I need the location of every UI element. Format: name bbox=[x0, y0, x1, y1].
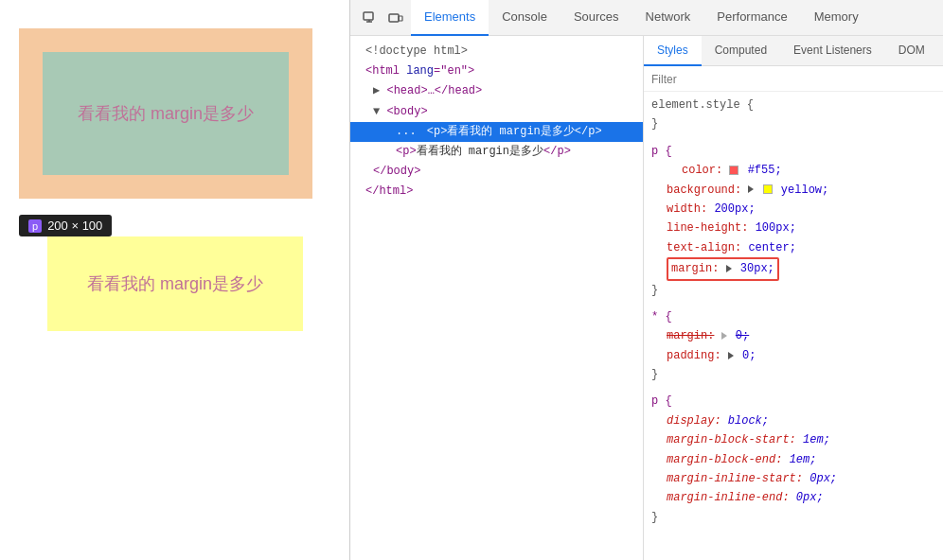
styles-panel: Styles Computed Event Listeners DOM elem… bbox=[644, 36, 943, 560]
tab-elements[interactable]: Elements bbox=[411, 0, 489, 36]
p2-rule-display: display: block; bbox=[651, 411, 935, 430]
star-rule-margin: margin: 0; bbox=[651, 326, 935, 345]
element-tooltip: p 200 × 100 bbox=[19, 215, 112, 236]
styles-tab-computed[interactable]: Computed bbox=[702, 36, 780, 66]
inspector-icon[interactable] bbox=[358, 7, 381, 29]
p2-rule-margin-block-start: margin-block-start: 1em; bbox=[651, 430, 935, 449]
html-line-html[interactable]: <html lang="en"> bbox=[350, 61, 643, 81]
p-rule-line-height: line-height: 100px; bbox=[651, 219, 935, 237]
filter-input[interactable] bbox=[651, 73, 935, 86]
svg-rect-0 bbox=[364, 12, 373, 20]
p-rule-background: background: yellow; bbox=[651, 181, 935, 200]
yellow-box: 看看我的 margin是多少 bbox=[47, 236, 303, 331]
p-rule-text-align: text-align: center; bbox=[651, 238, 935, 257]
tab-network[interactable]: Network bbox=[632, 0, 704, 36]
styles-tab-styles[interactable]: Styles bbox=[644, 36, 702, 66]
html-panel: <!doctype html> <html lang="en"> ▶ <head… bbox=[350, 36, 644, 560]
star-style-block: * { margin: 0; padding: 0; } bbox=[651, 307, 935, 385]
p-style-block: p { color: #f55; background: yellow; wid… bbox=[651, 142, 935, 300]
html-line-head[interactable]: ▶ <head>…</head> bbox=[350, 81, 643, 101]
tab-console[interactable]: Console bbox=[489, 0, 560, 36]
html-line-html-close[interactable]: </html> bbox=[350, 182, 643, 201]
html-line-body-close[interactable]: </body> bbox=[350, 162, 643, 182]
tab-memory[interactable]: Memory bbox=[801, 0, 872, 36]
element-style-close: } bbox=[651, 114, 935, 133]
p2-rule-margin-block-end: margin-block-end: 1em; bbox=[651, 450, 935, 469]
p-selector: p { bbox=[651, 142, 935, 161]
p2-style-block: p { display: block; margin-block-start: … bbox=[651, 392, 935, 527]
p2-rule-margin-inline-end: margin-inline-end: 0px; bbox=[651, 488, 935, 507]
styles-tab-dom[interactable]: DOM bbox=[885, 36, 938, 66]
tab-performance[interactable]: Performance bbox=[703, 0, 800, 36]
tooltip-size: 200 × 100 bbox=[47, 219, 102, 233]
green-box: 看看我的 margin是多少 bbox=[43, 52, 289, 175]
p2-selector: p { bbox=[651, 392, 935, 411]
tooltip-tag: p bbox=[28, 219, 42, 233]
devtools-tab-strip: Elements Console Sources Network Perform… bbox=[411, 0, 935, 36]
element-style-selector: element.style { bbox=[651, 96, 935, 114]
styles-content: element.style { } p { color: #f55; backg… bbox=[644, 92, 943, 560]
device-icon[interactable] bbox=[384, 7, 407, 29]
p-style-close: } bbox=[651, 281, 935, 300]
html-line-p1[interactable]: ... <p>看看我的 margin是多少</p> bbox=[350, 122, 643, 142]
styles-tab-event-listeners[interactable]: Event Listeners bbox=[780, 36, 885, 66]
html-line-p2[interactable]: <p>看看我的 margin是多少</p> bbox=[350, 142, 643, 162]
devtools-panel: Elements Console Sources Network Perform… bbox=[350, 0, 943, 560]
star-rule-padding: padding: 0; bbox=[651, 346, 935, 365]
p-rule-width: width: 200px; bbox=[651, 200, 935, 219]
styles-tabs: Styles Computed Event Listeners DOM bbox=[644, 36, 943, 66]
yellow-box-text: 看看我的 margin是多少 bbox=[87, 272, 263, 295]
star-style-close: } bbox=[651, 365, 935, 384]
devtools-toolbar: Elements Console Sources Network Perform… bbox=[350, 0, 943, 36]
svg-rect-3 bbox=[389, 14, 399, 22]
p-rule-margin[interactable]: margin: 30px; bbox=[651, 257, 935, 280]
orange-box: 看看我的 margin是多少 p 200 × 100 bbox=[19, 28, 312, 199]
element-style-block: element.style { } bbox=[651, 96, 935, 134]
star-selector: * { bbox=[651, 307, 935, 326]
p2-style-close: } bbox=[651, 508, 935, 527]
devtools-body: <!doctype html> <html lang="en"> ▶ <head… bbox=[350, 36, 943, 560]
browser-preview: 看看我的 margin是多少 p 200 × 100 看看我的 margin是多… bbox=[0, 0, 350, 560]
filter-bar bbox=[644, 66, 943, 92]
green-box-text: 看看我的 margin是多少 bbox=[78, 102, 254, 125]
tab-sources[interactable]: Sources bbox=[560, 0, 632, 36]
p2-rule-margin-inline-start: margin-inline-start: 0px; bbox=[651, 469, 935, 488]
p-rule-color: color: #f55; bbox=[651, 161, 935, 180]
html-line-doctype[interactable]: <!doctype html> bbox=[350, 42, 643, 61]
html-line-body-open[interactable]: ▼ <body> bbox=[350, 102, 643, 122]
